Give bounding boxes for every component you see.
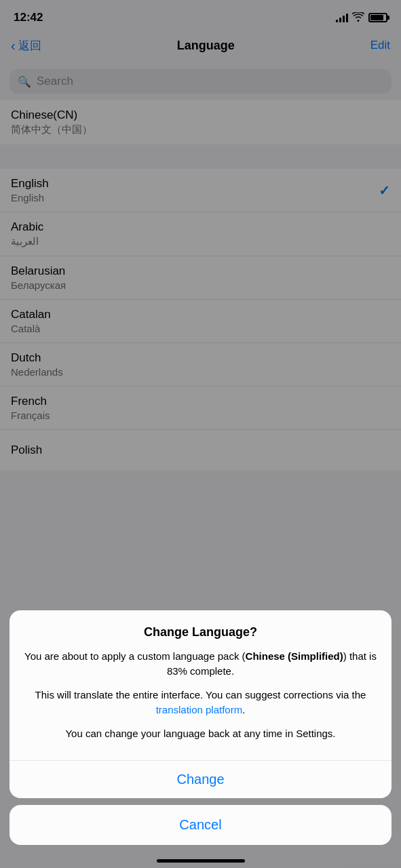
translation-platform-link[interactable]: translation platform bbox=[156, 704, 243, 715]
dialog-stack: Change Language? You are about to apply … bbox=[0, 610, 401, 869]
cancel-dialog-card: Cancel bbox=[9, 805, 392, 845]
cancel-button[interactable]: Cancel bbox=[9, 805, 392, 845]
dialog-bold-lang: Chinese (Simplified) bbox=[246, 650, 343, 662]
dialog-body-1: You are about to apply a custom language… bbox=[23, 649, 378, 679]
dialog-body-3: You can change your language back at any… bbox=[23, 726, 378, 742]
dialog-body-2: This will translate the entire interface… bbox=[23, 688, 378, 718]
home-indicator bbox=[157, 859, 245, 863]
change-language-dialog: Change Language? You are about to apply … bbox=[9, 610, 392, 799]
dialog-content: Change Language? You are about to apply … bbox=[9, 610, 392, 761]
change-button[interactable]: Change bbox=[9, 761, 392, 798]
dialog-overlay: Change Language? You are about to apply … bbox=[0, 0, 401, 868]
dialog-title: Change Language? bbox=[23, 625, 378, 639]
